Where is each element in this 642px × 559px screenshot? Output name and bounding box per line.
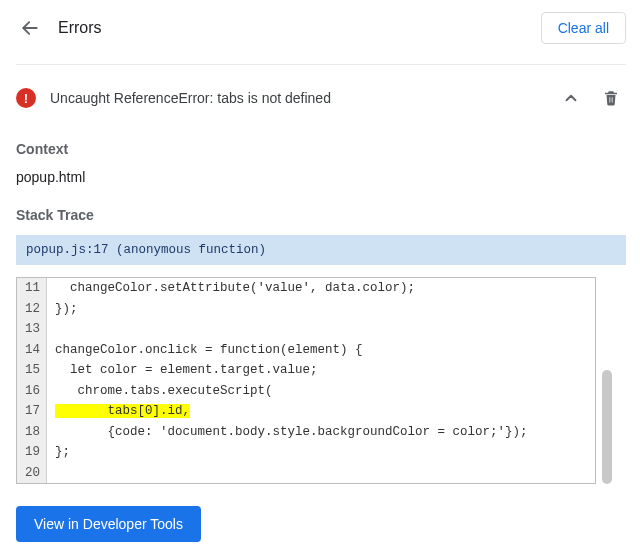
line-number: 20: [17, 463, 47, 484]
error-icon: !: [16, 88, 36, 108]
code-line: 14changeColor.onclick = function(element…: [17, 340, 595, 361]
code-text-cell: chrome.tabs.executeScript(: [47, 381, 595, 402]
line-number: 16: [17, 381, 47, 402]
line-number: 19: [17, 442, 47, 463]
code-line: 16 chrome.tabs.executeScript(: [17, 381, 595, 402]
scrollbar-thumb[interactable]: [602, 370, 612, 484]
error-row: ! Uncaught ReferenceError: tabs is not d…: [16, 77, 626, 119]
trash-icon[interactable]: [596, 83, 626, 113]
back-arrow-icon[interactable]: [16, 14, 44, 42]
code-text-cell: tabs[0].id,: [47, 401, 595, 422]
code-text: changeColor.setAttribute('value', data.c…: [55, 281, 415, 295]
context-value: popup.html: [16, 169, 626, 185]
stack-trace-label: Stack Trace: [16, 207, 626, 223]
code-line: 17 tabs[0].id,: [17, 401, 595, 422]
code-line: 11 changeColor.setAttribute('value', dat…: [17, 278, 595, 299]
code-line: 20: [17, 463, 595, 484]
code-line: 18 {code: 'document.body.style.backgroun…: [17, 422, 595, 443]
code-text-cell: {code: 'document.body.style.backgroundCo…: [47, 422, 595, 443]
line-number: 12: [17, 299, 47, 320]
code-text-cell: changeColor.onclick = function(element) …: [47, 340, 595, 361]
code-text-cell: [47, 319, 595, 340]
code-text: changeColor.onclick = function(element) …: [55, 343, 363, 357]
view-in-devtools-button[interactable]: View in Developer Tools: [16, 506, 201, 542]
page-title: Errors: [58, 19, 541, 37]
line-number: 17: [17, 401, 47, 422]
stack-frame[interactable]: popup.js:17 (anonymous function): [16, 235, 626, 265]
line-number: 15: [17, 360, 47, 381]
code-line: 12});: [17, 299, 595, 320]
code-text: {code: 'document.body.style.backgroundCo…: [55, 425, 528, 439]
scrollbar[interactable]: [602, 277, 612, 484]
code-text: tabs[0].id,: [55, 404, 190, 418]
code-text-cell: });: [47, 299, 595, 320]
line-number: 14: [17, 340, 47, 361]
code-text: };: [55, 445, 70, 459]
code-text-cell: changeColor.setAttribute('value', data.c…: [47, 278, 595, 299]
code-text-cell: [47, 463, 595, 484]
code-text-cell: };: [47, 442, 595, 463]
code-line: 15 let color = element.target.value;: [17, 360, 595, 381]
code-text: });: [55, 302, 78, 316]
code-text: chrome.tabs.executeScript(: [55, 384, 273, 398]
header: Errors Clear all: [0, 12, 642, 56]
code-snippet: 11 changeColor.setAttribute('value', dat…: [16, 277, 596, 484]
line-number: 18: [17, 422, 47, 443]
line-number: 13: [17, 319, 47, 340]
divider: [16, 64, 626, 65]
clear-all-button[interactable]: Clear all: [541, 12, 626, 44]
line-number: 11: [17, 278, 47, 299]
code-text: let color = element.target.value;: [55, 363, 318, 377]
chevron-up-icon[interactable]: [556, 83, 586, 113]
code-text-cell: let color = element.target.value;: [47, 360, 595, 381]
code-line: 19};: [17, 442, 595, 463]
context-label: Context: [16, 141, 626, 157]
code-line: 13: [17, 319, 595, 340]
error-message: Uncaught ReferenceError: tabs is not def…: [50, 90, 556, 106]
